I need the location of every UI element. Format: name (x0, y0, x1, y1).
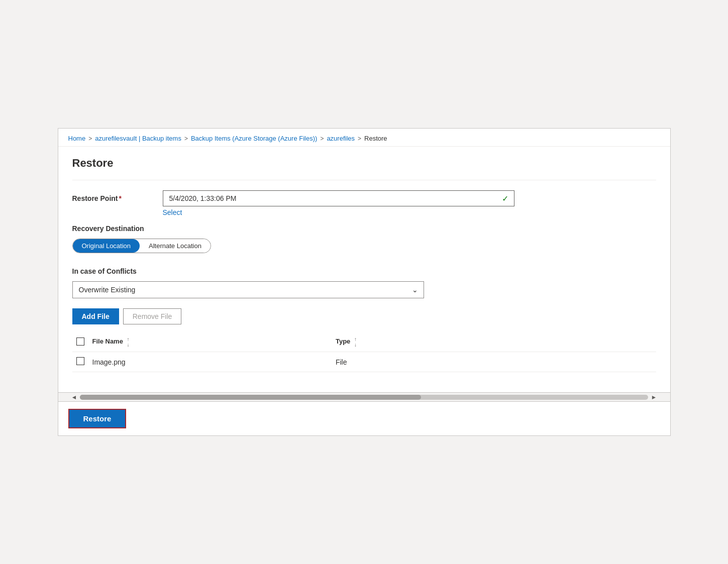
row-filename: Image.png (88, 352, 332, 372)
table-header-filename[interactable]: File Name ↑↓ (88, 332, 332, 352)
breadcrumb-sep-1: > (88, 135, 92, 142)
recovery-destination-label: Recovery Destination (72, 224, 656, 233)
checkmark-icon: ✓ (502, 194, 508, 203)
footer: Restore (58, 401, 670, 435)
select-all-checkbox[interactable] (76, 337, 84, 346)
remove-file-button[interactable]: Remove File (123, 308, 182, 324)
type-sort-icon[interactable]: ↑↓ (354, 336, 357, 348)
filename-col-label: File Name (92, 337, 123, 345)
breadcrumb: Home > azurefilesvault | Backup items > … (58, 129, 670, 147)
breadcrumb-vault[interactable]: azurefilesvault | Backup items (95, 135, 181, 142)
scroll-right-icon[interactable]: ► (648, 394, 660, 401)
breadcrumb-sep-3: > (320, 135, 324, 142)
table-header-row: File Name ↑↓ Type ↑↓ (72, 332, 656, 352)
table-header-type[interactable]: Type ↑↓ (332, 332, 656, 352)
toggle-alternate-location[interactable]: Alternate Location (140, 239, 211, 253)
scrollbar-thumb[interactable] (80, 395, 421, 400)
recovery-destination-toggle: Original Location Alternate Location (72, 239, 211, 253)
required-star: * (119, 194, 122, 202)
recovery-destination-section: Recovery Destination Original Location A… (72, 224, 656, 253)
row-type: File (332, 352, 656, 372)
restore-point-row: Restore Point* ✓ Select (72, 190, 656, 216)
breadcrumb-sep-2: > (184, 135, 188, 142)
toggle-original-location[interactable]: Original Location (73, 239, 140, 253)
file-actions: Add File Remove File (72, 308, 656, 324)
row-checkbox-cell (72, 352, 88, 372)
breadcrumb-backup-items[interactable]: Backup Items (Azure Storage (Azure Files… (191, 135, 317, 142)
restore-point-control: ✓ Select (163, 190, 514, 216)
table-row: Image.png File (72, 352, 656, 372)
conflicts-dropdown-wrapper: Overwrite Existing Skip Fail on Conflict… (72, 281, 424, 298)
row-checkbox[interactable] (76, 357, 84, 365)
table-header-checkbox-cell (72, 332, 88, 352)
file-table: File Name ↑↓ Type ↑↓ (72, 332, 656, 372)
scrollbar-area: ◄ ► (58, 392, 670, 401)
conflicts-section: In case of Conflicts Overwrite Existing … (72, 267, 656, 298)
select-link[interactable]: Select (163, 208, 182, 216)
breadcrumb-sep-4: > (358, 135, 361, 142)
scroll-left-icon[interactable]: ◄ (68, 394, 80, 401)
breadcrumb-home[interactable]: Home (68, 135, 86, 142)
page-title: Restore (72, 157, 656, 170)
restore-point-input[interactable] (163, 190, 514, 206)
filename-sort-icon[interactable]: ↑↓ (127, 336, 130, 348)
scrollbar-track[interactable] (80, 395, 648, 400)
add-file-button[interactable]: Add File (72, 308, 119, 324)
restore-point-label: Restore Point* (72, 190, 163, 202)
conflicts-dropdown[interactable]: Overwrite Existing Skip Fail on Conflict (72, 281, 424, 298)
breadcrumb-current: Restore (364, 135, 387, 142)
conflicts-label: In case of Conflicts (72, 267, 656, 275)
breadcrumb-azurefiles[interactable]: azurefiles (327, 135, 355, 142)
restore-button[interactable]: Restore (68, 409, 127, 428)
restore-point-box: ✓ (163, 190, 514, 206)
title-divider (72, 180, 656, 180)
type-col-label: Type (336, 337, 350, 345)
